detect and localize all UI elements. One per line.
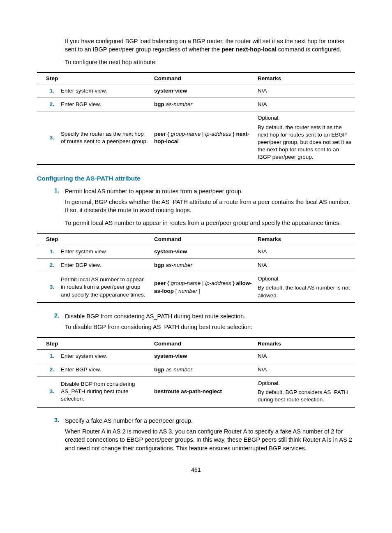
row-remarks: N/A — [255, 259, 355, 272]
row-number: 2. — [37, 363, 58, 376]
row-number: 3. — [37, 272, 58, 303]
row-step: Disable BGP from considering AS_PATH dur… — [58, 376, 152, 407]
row-step: Enter BGP view. — [58, 98, 152, 111]
section-heading-aspath: Configuring the AS-PATH attribute — [37, 175, 355, 182]
row-remarks: N/A — [255, 98, 355, 111]
tbody: 1.Enter system view.system-viewN/A2.Ente… — [37, 84, 355, 164]
list-text: Permit local AS number to appear in rout… — [65, 187, 355, 195]
th-remarks: Remarks — [255, 72, 355, 84]
table-bestroute: Step Command Remarks 1.Enter system view… — [37, 337, 355, 408]
row-command: peer { group-name | ip-address } next-ho… — [152, 111, 255, 165]
row-remarks: Optional.By default, the router sets it … — [255, 111, 355, 165]
list-item-1: 1. Permit local AS number to appear in r… — [37, 187, 355, 195]
row-remarks: N/A — [255, 349, 355, 363]
row-step: Enter system view. — [58, 245, 152, 258]
row-command: bgp as-number — [152, 363, 255, 376]
intro-para-1: If you have configured BGP load balancin… — [37, 37, 355, 54]
row-number: 3. — [37, 111, 58, 165]
tbody: 1.Enter system view.system-viewN/A2.Ente… — [37, 245, 355, 303]
list-item-2: 2. Disable BGP from considering AS_PATH … — [37, 312, 355, 320]
row-step: Specify the router as the next hop of ro… — [58, 111, 152, 165]
page-number: 461 — [37, 466, 355, 473]
row-number: 1. — [37, 84, 58, 97]
table-row: 1.Enter system view.system-viewN/A — [37, 245, 355, 258]
row-command: system-view — [152, 245, 255, 258]
list-number: 2. — [37, 312, 65, 320]
row-command: bgp as-number — [152, 98, 255, 111]
row-command: peer { group-name | ip-address } allow-a… — [152, 272, 255, 303]
row-number: 3. — [37, 376, 58, 407]
table-row: 3.Disable BGP from considering AS_PATH d… — [37, 376, 355, 407]
table-row: 1.Enter system view.system-viewN/A — [37, 84, 355, 97]
row-number: 2. — [37, 98, 58, 111]
row-command: bgp as-number — [152, 259, 255, 272]
th-command: Command — [152, 338, 255, 350]
th-command: Command — [152, 72, 255, 84]
row-remarks: N/A — [255, 84, 355, 97]
th-command: Command — [152, 233, 255, 245]
list-text: Disable BGP from considering AS_PATH dur… — [65, 312, 355, 320]
th-remarks: Remarks — [255, 233, 355, 245]
th-step: Step — [46, 75, 58, 81]
table-row: 3.Permit local AS number to appear in ro… — [37, 272, 355, 303]
row-number: 1. — [37, 349, 58, 363]
para: To permit local AS number to appear in r… — [37, 219, 355, 227]
para: When Router A in AS 2 is moved to AS 3, … — [37, 427, 355, 452]
tbody: 1.Enter system view.system-viewN/A2.Ente… — [37, 349, 355, 407]
text: command is configured. — [277, 46, 341, 53]
row-command: system-view — [152, 349, 255, 363]
row-step: Enter BGP view. — [58, 259, 152, 272]
para: In general, BGP checks whether the AS_PA… — [37, 198, 355, 215]
table-allow-as-loop: Step Command Remarks 1.Enter system view… — [37, 233, 355, 303]
table-row: 2.Enter BGP view.bgp as-numberN/A — [37, 363, 355, 376]
cmd-name: peer next-hop-local — [221, 46, 277, 53]
list-number: 1. — [37, 187, 65, 195]
row-command: bestroute as-path-neglect — [152, 376, 255, 407]
row-remarks: N/A — [255, 363, 355, 376]
table-row: 2.Enter BGP view.bgp as-numberN/A — [37, 98, 355, 111]
list-item-3: 3. Specify a fake AS number for a peer/p… — [37, 417, 355, 425]
row-step: Enter BGP view. — [58, 363, 152, 376]
row-remarks: N/A — [255, 245, 355, 258]
row-number: 1. — [37, 245, 58, 258]
th-step: Step — [46, 341, 58, 347]
table-row: 3.Specify the router as the next hop of … — [37, 111, 355, 165]
row-number: 2. — [37, 259, 58, 272]
th-remarks: Remarks — [255, 338, 355, 350]
row-step: Permit local AS number to appear in rout… — [58, 272, 152, 303]
intro-para-2: To configure the next hop attribute: — [37, 58, 355, 66]
row-remarks: Optional.By default, the local AS number… — [255, 272, 355, 303]
row-step: Enter system view. — [58, 84, 152, 97]
table-row: 2.Enter BGP view.bgp as-numberN/A — [37, 259, 355, 272]
th-step: Step — [46, 236, 58, 242]
row-step: Enter system view. — [58, 349, 152, 363]
list-text: Specify a fake AS number for a peer/peer… — [65, 417, 355, 425]
row-remarks: Optional.By default, BGP considers AS_PA… — [255, 376, 355, 407]
list-number: 3. — [37, 417, 65, 425]
para: To disable BGP from considering AS_PATH … — [37, 323, 355, 331]
row-command: system-view — [152, 84, 255, 97]
table-next-hop: Step Command Remarks 1.Enter system view… — [37, 72, 355, 165]
table-row: 1.Enter system view.system-viewN/A — [37, 349, 355, 363]
